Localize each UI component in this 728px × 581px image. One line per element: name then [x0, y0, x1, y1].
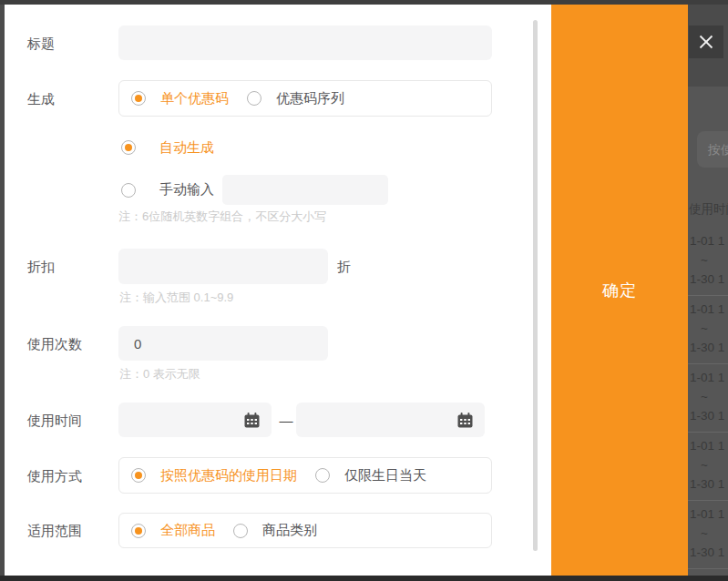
manual-input-label[interactable]: 手动输入 — [159, 181, 214, 199]
table-row: 1-01 1 ~ 1-30 1 — [688, 433, 728, 501]
all-products-label[interactable]: 全部商品 — [160, 522, 215, 539]
background-table: 1-01 1 ~ 1-30 1 1-01 1 ~ 1-30 1 1-01 1 ~… — [688, 228, 728, 569]
auto-generate-row: 自动生成 — [121, 138, 214, 157]
scope-label: 适用范围 — [27, 521, 82, 540]
usage-method-group: 按照优惠码的使用日期 仅限生日当天 — [118, 457, 492, 494]
auto-generate-label[interactable]: 自动生成 — [159, 139, 214, 157]
usage-time-label: 使用时间 — [27, 411, 82, 430]
background-page: 按使 使用时间 1-01 1 ~ 1-30 1 1-01 1 ~ 1-30 1 … — [688, 0, 728, 581]
background-filter-label: 按使 — [708, 142, 728, 157]
radio-birthday-only[interactable] — [315, 468, 330, 483]
row-end-date: 1-30 1 — [688, 270, 728, 289]
coupon-dialog-screen: 按使 使用时间 1-01 1 ~ 1-30 1 1-01 1 ~ 1-30 1 … — [0, 0, 728, 581]
row-separator: ~ — [688, 455, 721, 474]
usage-count-label: 使用次数 — [27, 334, 82, 353]
single-code-option-label[interactable]: 单个优惠码 — [160, 90, 229, 107]
usage-method-label: 使用方式 — [27, 466, 82, 485]
close-button[interactable] — [689, 25, 723, 58]
backdrop-bottom-strip — [0, 576, 728, 581]
row-start-date: 1-01 1 — [688, 436, 728, 455]
row-end-date: 1-30 1 — [688, 543, 728, 562]
background-column-header: 使用时间 — [689, 201, 728, 218]
calendar-icon — [243, 412, 261, 429]
backdrop-left-strip — [0, 0, 5, 581]
calendar-icon — [456, 412, 474, 429]
row-end-date: 1-30 1 — [688, 474, 728, 494]
discount-label: 折扣 — [27, 257, 55, 276]
background-filter-button: 按使 — [697, 131, 728, 168]
table-row: 1-01 1 ~ 1-30 1 — [688, 228, 728, 296]
discount-unit: 折 — [337, 257, 351, 276]
row-end-date: 1-30 1 — [688, 338, 728, 357]
end-date-input[interactable] — [296, 403, 485, 437]
manual-input-row: 手动输入 — [121, 175, 388, 205]
code-series-option-label[interactable]: 优惠码序列 — [276, 90, 344, 107]
generate-label: 生成 — [27, 89, 55, 108]
row-start-date: 1-01 1 — [688, 368, 728, 387]
table-row: 1-01 1 ~ 1-30 1 — [688, 501, 728, 569]
product-category-label[interactable]: 商品类别 — [262, 522, 317, 539]
code-note: 注：6位随机英数字组合，不区分大小写 — [118, 209, 326, 225]
title-label: 标题 — [27, 34, 55, 53]
row-separator: ~ — [688, 250, 721, 270]
start-date-input[interactable] — [118, 403, 272, 437]
confirm-button[interactable]: 确定 — [551, 5, 688, 576]
generate-options-group: 单个优惠码 优惠码序列 — [118, 80, 492, 117]
row-separator: ~ — [688, 319, 721, 338]
usage-count-input[interactable] — [118, 326, 328, 361]
radio-single-code[interactable] — [131, 91, 146, 106]
row-separator: ~ — [688, 524, 721, 543]
table-row: 1-01 1 ~ 1-30 1 — [688, 296, 728, 364]
backdrop-top-strip — [0, 0, 728, 5]
close-icon — [697, 33, 715, 51]
by-coupon-date-label[interactable]: 按照优惠码的使用日期 — [160, 467, 297, 484]
radio-auto-generate[interactable] — [121, 140, 136, 155]
radio-manual-input[interactable] — [121, 183, 136, 198]
coupon-modal: 标题 生成 单个优惠码 优惠码序列 自动生成 手动输入 注：6位随机英数字组合，… — [5, 5, 688, 576]
row-end-date: 1-30 1 — [688, 406, 728, 425]
title-input[interactable] — [118, 25, 492, 60]
scrollbar-thumb[interactable] — [533, 20, 538, 551]
radio-all-products[interactable] — [131, 524, 146, 538]
discount-note: 注：输入范围 0.1~9.9 — [119, 290, 233, 306]
discount-input[interactable] — [118, 249, 328, 284]
row-start-date: 1-01 1 — [688, 231, 728, 250]
radio-by-coupon-date[interactable] — [131, 468, 146, 483]
row-separator: ~ — [688, 387, 721, 406]
row-start-date: 1-01 1 — [688, 505, 728, 524]
usage-count-note: 注：0 表示无限 — [119, 366, 200, 382]
manual-code-input[interactable] — [222, 175, 388, 205]
scope-group: 全部商品 商品类别 — [118, 513, 492, 548]
row-start-date: 1-01 1 — [688, 300, 728, 319]
birthday-only-label[interactable]: 仅限生日当天 — [344, 467, 426, 484]
table-row: 1-01 1 ~ 1-30 1 — [688, 364, 728, 433]
date-range-separator: — — [277, 411, 295, 430]
radio-product-category[interactable] — [233, 524, 248, 538]
radio-code-series[interactable] — [247, 91, 261, 106]
